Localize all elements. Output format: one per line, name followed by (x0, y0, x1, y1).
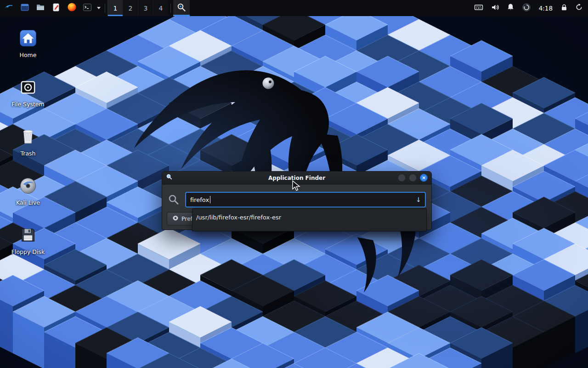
workspace-2[interactable]: 2 (123, 0, 138, 16)
cd-disc-icon (18, 175, 38, 196)
trash-icon (19, 126, 37, 147)
application-finder-window: Application Finder × firefox ↓ Preferenc… (162, 171, 432, 230)
large-search-icon (168, 194, 185, 206)
status-indicator-icon (522, 3, 531, 14)
maximize-button[interactable] (409, 174, 417, 182)
window-icon (20, 3, 29, 14)
search-icon (176, 2, 187, 14)
file-manager-launcher-button[interactable] (33, 0, 48, 16)
desktop-icon-label: Floppy Disk (11, 249, 45, 255)
bell-icon (506, 3, 515, 13)
firefox-icon (67, 2, 77, 14)
text-editor-icon (51, 3, 61, 14)
panel-tray: 4:18 (470, 0, 588, 16)
firefox-launcher-button[interactable] (64, 0, 79, 16)
session-menu-button[interactable] (571, 0, 586, 16)
keyboard-icon (474, 3, 483, 14)
search-results-dropdown: /usr/lib/firefox-esr/firefox-esr (192, 208, 427, 231)
panel-clock[interactable]: 4:18 (535, 0, 557, 16)
search-input[interactable]: firefox ↓ (185, 192, 426, 207)
desktop-icon-label: Kali Live (16, 200, 40, 206)
close-button[interactable]: × (420, 174, 428, 182)
desktop-icon-label: Home (20, 52, 37, 58)
desktop-icon-home[interactable]: Home (4, 24, 52, 73)
restart-arrow-icon (575, 3, 583, 13)
applications-menu-button[interactable] (0, 0, 17, 16)
status-indicator-button[interactable] (518, 0, 535, 16)
application-finder-taskbar-button[interactable] (173, 0, 190, 16)
top-panel: 1 2 3 4 (0, 0, 588, 16)
search-result-item[interactable]: /usr/lib/firefox-esr/firefox-esr (193, 212, 425, 223)
home-icon (19, 28, 37, 49)
lock-icon (560, 3, 568, 13)
search-input-text: firefox (190, 196, 209, 203)
kali-desktop: Home File System Trash Kali Live Floppy … (0, 0, 588, 368)
folder-icon (36, 3, 45, 14)
terminal-icon (83, 3, 92, 14)
chevron-down-icon (97, 7, 101, 9)
desktop-icon-label: Trash (20, 150, 35, 157)
notifications-button[interactable] (503, 0, 518, 16)
desktop-icon-kali-live[interactable]: Kali Live (4, 172, 52, 221)
desktop-icon-trash[interactable]: Trash (4, 122, 52, 172)
gear-icon (172, 215, 179, 223)
workspace-3[interactable]: 3 (138, 0, 153, 16)
volume-icon (491, 3, 500, 14)
workspace-1[interactable]: 1 (107, 0, 123, 16)
desktop-icon-floppy[interactable]: Floppy Disk (4, 221, 52, 270)
panel-separator (105, 4, 105, 13)
kali-logo-icon (3, 2, 14, 15)
text-caret (210, 196, 210, 203)
keyboard-layout-button[interactable] (470, 0, 487, 16)
desktop-icon-file-system[interactable]: File System (4, 73, 52, 122)
minimize-button[interactable] (398, 174, 406, 182)
window-launcher-button[interactable] (17, 0, 33, 16)
desktop-icon-label: File System (11, 101, 45, 108)
workspace-4[interactable]: 4 (153, 0, 168, 16)
lock-screen-button[interactable] (557, 0, 571, 16)
combo-dropdown-arrow-icon[interactable]: ↓ (416, 196, 421, 203)
titlebar-buttons: × (398, 174, 428, 182)
text-editor-launcher-button[interactable] (48, 0, 64, 16)
floppy-disk-icon (19, 224, 37, 246)
panel-left-cluster: 1 2 3 4 (0, 0, 190, 16)
terminal-dropdown-button[interactable] (95, 0, 102, 16)
desktop-icon-column: Home File System Trash Kali Live Floppy … (4, 24, 52, 270)
volume-button[interactable] (487, 0, 503, 16)
titlebar[interactable]: Application Finder × (162, 172, 431, 184)
window-title: Application Finder (162, 175, 431, 181)
file-system-icon (19, 77, 37, 98)
panel-separator (170, 4, 171, 13)
terminal-launcher-button[interactable] (79, 0, 95, 16)
app-finder-window-icon (166, 173, 173, 182)
search-row: firefox ↓ (162, 184, 431, 207)
